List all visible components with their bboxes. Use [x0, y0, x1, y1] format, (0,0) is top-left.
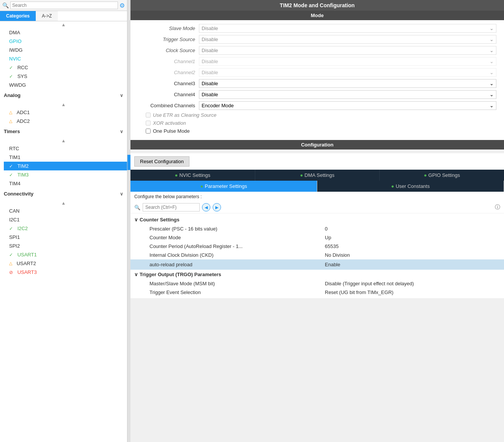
params-next-button[interactable]: ▶	[213, 203, 221, 211]
wwdg-label: WWDG	[9, 82, 26, 88]
sidebar-item-gpio[interactable]: GPIO	[4, 37, 127, 46]
sidebar-item-usart3[interactable]: ⊘ USART3	[4, 268, 127, 277]
tab-atoz[interactable]: A->Z	[36, 11, 58, 21]
usart3-label: USART3	[17, 269, 37, 275]
trgo-collapse-icon: ∨	[134, 272, 138, 277]
trigger-source-select[interactable]: Disable ⌄	[199, 35, 496, 44]
trgo-group-header[interactable]: ∨ Trigger Output (TRGO) Parameters	[130, 270, 504, 279]
sidebar-item-wwdg[interactable]: WWDG	[4, 81, 127, 89]
sidebar-item-tim4[interactable]: TIM4	[4, 179, 127, 188]
sidebar-item-tim2[interactable]: ✓ TIM2	[4, 162, 127, 170]
clock-source-chevron-icon: ⌄	[490, 48, 494, 53]
sidebar-item-adc2[interactable]: △ ADC2	[4, 117, 127, 126]
sidebar-item-can[interactable]: CAN	[4, 207, 127, 215]
main-panel: TIM2 Mode and Configuration Mode Slave M…	[130, 0, 504, 442]
connectivity-arrow-icon: ∨	[120, 191, 123, 197]
one-pulse-checkbox[interactable]	[146, 129, 151, 134]
scroll-up-analog[interactable]: ▲	[0, 101, 127, 108]
clock-div-name: Internal Clock Division (CKD)	[149, 252, 325, 258]
sidebar-item-i2c1[interactable]: I2C1	[4, 215, 127, 224]
connectivity-items: CAN I2C1 ✓ I2C2 SPI1 SPI2 ✓ USART1 △ USA…	[0, 207, 127, 277]
channel3-row: Channel3 Disable ⌄	[138, 79, 496, 88]
channel4-chevron-icon: ⌄	[490, 92, 494, 97]
tab-user-constants[interactable]: ● User Constants	[317, 181, 504, 192]
scroll-up-system[interactable]: ▲	[0, 21, 127, 28]
combined-channels-label: Combined Channels	[138, 103, 199, 108]
sidebar-item-tim1[interactable]: TIM1	[4, 153, 127, 162]
params-prev-button[interactable]: ◀	[202, 203, 210, 211]
tim1-label: TIM1	[9, 154, 21, 160]
combined-channels-row: Combined Channels Encoder Mode ⌄	[138, 101, 496, 110]
reset-config-button[interactable]: Reset Configuration	[134, 156, 189, 167]
combined-channels-select[interactable]: Encoder Mode ⌄	[199, 101, 496, 110]
clock-source-value: Disable	[202, 48, 218, 53]
sidebar-item-i2c2[interactable]: ✓ I2C2	[4, 224, 127, 233]
connectivity-category-header[interactable]: Connectivity ∨	[0, 188, 127, 200]
timers-category-header[interactable]: Timers ∨	[0, 126, 127, 137]
sidebar-item-adc1[interactable]: △ ADC1	[4, 108, 127, 117]
counter-mode-row: Counter Mode Up	[130, 233, 504, 242]
sidebar-item-spi1[interactable]: SPI1	[4, 233, 127, 242]
auto-reload-name: auto-reload preload	[149, 262, 323, 267]
slave-mode-select[interactable]: Disable ⌄	[199, 24, 496, 33]
sidebar-search-input[interactable]	[10, 2, 118, 9]
channel4-select[interactable]: Disable ⌄	[199, 90, 496, 99]
adc1-label: ADC1	[17, 110, 30, 115]
user-const-tab-label: User Constants	[396, 183, 430, 189]
sidebar-item-sys[interactable]: ✓ SYS	[4, 72, 127, 81]
sidebar-item-spi2[interactable]: SPI2	[4, 242, 127, 250]
sidebar-item-nvic[interactable]: NVIC	[4, 54, 127, 63]
analog-arrow-icon: ∨	[120, 93, 123, 98]
params-search-row: 🔍 ◀ ▶ ⓘ	[130, 202, 504, 213]
usart3-err-icon: ⊘	[9, 270, 13, 275]
etr-checkbox-label: Use ETR as Clearing Source	[153, 112, 216, 118]
gpio-label: GPIO	[9, 38, 22, 44]
analog-category-header[interactable]: Analog ∨	[0, 89, 127, 101]
trgo-title: Trigger Output (TRGO) Parameters	[140, 272, 221, 277]
scroll-up-timers[interactable]: ▲	[0, 137, 127, 144]
tab-nvic-settings[interactable]: ● NVIC Settings	[130, 170, 255, 181]
sidebar-item-rcc[interactable]: ✓ RCC	[4, 63, 127, 72]
counter-settings-group-header[interactable]: ∨ Counter Settings	[130, 215, 504, 224]
i2c2-label: I2C2	[17, 226, 28, 231]
sidebar-item-dma[interactable]: DMA	[4, 28, 127, 37]
sidebar-item-usart1[interactable]: ✓ USART1	[4, 250, 127, 259]
clock-div-value: No Division	[325, 252, 500, 258]
iwdg-label: IWDG	[9, 47, 22, 53]
scroll-up-connectivity[interactable]: ▲	[0, 200, 127, 207]
tab-parameter-settings[interactable]: ● Parameter Settings	[130, 181, 317, 192]
tab-categories[interactable]: Categories	[0, 11, 36, 21]
params-info-icon[interactable]: ⓘ	[495, 204, 500, 211]
analog-category-label: Analog	[4, 92, 21, 98]
sidebar-item-tim3[interactable]: ✓ TIM3	[4, 170, 127, 179]
sidebar-item-usart2[interactable]: △ USART2	[4, 259, 127, 268]
sidebar-item-rtc[interactable]: RTC	[4, 144, 127, 153]
system-core-items: DMA GPIO IWDG NVIC ✓ RCC ✓ SYS WWDG	[0, 28, 127, 89]
dma-tab-label: DMA Settings	[305, 172, 335, 178]
clock-source-select[interactable]: Disable ⌄	[199, 46, 496, 55]
sidebar-content: ▲ DMA GPIO IWDG NVIC ✓ RCC ✓ SYS WWDG An…	[0, 21, 127, 442]
channel2-label: Channel2	[138, 70, 199, 75]
channel3-select[interactable]: Disable ⌄	[199, 79, 496, 88]
spi2-label: SPI2	[9, 243, 20, 249]
sidebar-item-iwdg[interactable]: IWDG	[4, 46, 127, 54]
user-const-tab-check-icon: ●	[391, 183, 394, 189]
trigger-event-value: Reset (UG bit from TIMx_EGR)	[325, 289, 500, 295]
sidebar-scroll-thumb[interactable]	[127, 155, 130, 170]
params-header: Configure the below parameters :	[130, 192, 504, 202]
sidebar-scrollbar[interactable]	[127, 0, 130, 442]
channel4-row: Channel4 Disable ⌄	[138, 90, 496, 99]
channel1-select[interactable]: Disable ⌄	[199, 57, 496, 66]
counter-mode-name: Counter Mode	[149, 235, 325, 240]
mode-content: Slave Mode Disable ⌄ Trigger Source Disa…	[130, 20, 504, 140]
sys-label: SYS	[17, 73, 27, 79]
params-search-input[interactable]	[143, 203, 200, 211]
etr-checkbox[interactable]	[146, 113, 151, 118]
tab-gpio-settings[interactable]: ● GPIO Settings	[380, 170, 504, 181]
auto-reload-value: Enable	[323, 261, 500, 268]
channel2-select[interactable]: Disable ⌄	[199, 68, 496, 77]
gear-icon[interactable]: ⚙	[119, 2, 125, 9]
xor-checkbox[interactable]	[146, 121, 151, 126]
adc2-warn-icon: △	[9, 119, 12, 124]
tab-dma-settings[interactable]: ● DMA Settings	[255, 170, 380, 181]
